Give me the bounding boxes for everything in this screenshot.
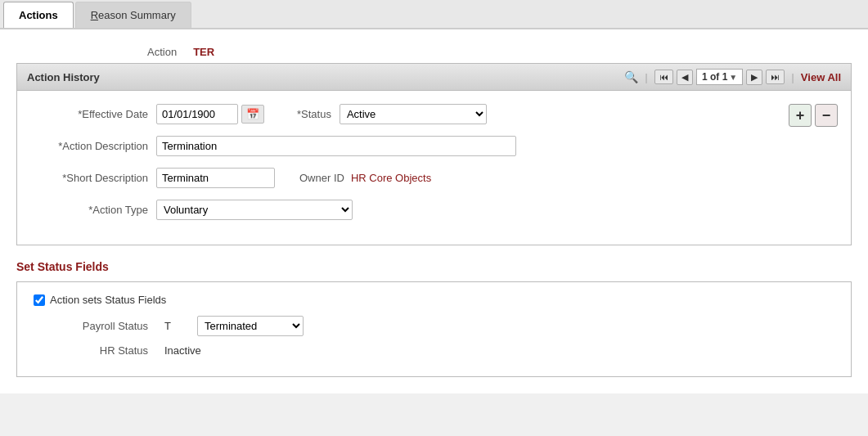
main-content: Action TER Action History 🔍 | ⏮ ◀ 1 of 1… bbox=[0, 29, 868, 393]
divider-2: | bbox=[791, 71, 794, 83]
effective-date-row: *Effective Date 📅 *Status Active Inactiv… bbox=[34, 104, 834, 124]
effective-date-input[interactable] bbox=[156, 104, 238, 124]
calendar-button[interactable]: 📅 bbox=[241, 105, 264, 124]
short-description-row: *Short Description Owner ID HR Core Obje… bbox=[34, 168, 834, 188]
status-select-wrap: Active Inactive bbox=[340, 104, 487, 124]
next-page-button[interactable]: ▶ bbox=[746, 70, 762, 85]
action-description-label: *Action Description bbox=[34, 140, 148, 152]
remove-row-button[interactable]: − bbox=[815, 104, 838, 127]
short-description-input[interactable] bbox=[156, 168, 275, 188]
action-type-label: *Action Type bbox=[34, 204, 148, 216]
underline-r: R bbox=[91, 9, 98, 21]
action-type-select[interactable]: Voluntary Involuntary bbox=[156, 200, 353, 220]
status-select[interactable]: Active Inactive bbox=[340, 104, 487, 124]
payroll-status-select[interactable]: Terminated Active bbox=[197, 316, 304, 336]
set-status-body: Action sets Status Fields Payroll Status… bbox=[16, 281, 852, 377]
hr-status-label: HR Status bbox=[58, 344, 148, 357]
divider-1: | bbox=[645, 71, 648, 83]
action-history-controls: 🔍 | ⏮ ◀ 1 of 1 ▼ ▶ ⏭ | View All bbox=[624, 69, 841, 85]
page-display: 1 of 1 bbox=[702, 71, 727, 83]
owner-id-label: Owner ID bbox=[299, 172, 344, 184]
first-page-button[interactable]: ⏮ bbox=[654, 70, 673, 84]
tab-reason-summary[interactable]: Reason Summary bbox=[75, 2, 191, 28]
page-info: 1 of 1 ▼ bbox=[696, 69, 743, 85]
action-history-header: Action History 🔍 | ⏮ ◀ 1 of 1 ▼ ▶ ⏭ | Vi… bbox=[16, 63, 852, 91]
payroll-status-code: T bbox=[164, 320, 181, 332]
search-icon[interactable]: 🔍 bbox=[624, 70, 638, 83]
tab-actions[interactable]: Actions bbox=[3, 2, 74, 28]
status-label: *Status bbox=[297, 108, 331, 120]
action-line-value: TER bbox=[193, 46, 214, 58]
prev-page-button[interactable]: ◀ bbox=[677, 70, 693, 85]
hr-status-value: Inactive bbox=[164, 344, 201, 357]
checkbox-label: Action sets Status Fields bbox=[50, 294, 166, 306]
hr-status-row: HR Status Inactive bbox=[34, 344, 834, 357]
view-all-link[interactable]: View All bbox=[801, 71, 841, 83]
pagination: 🔍 | ⏮ ◀ 1 of 1 ▼ ▶ ⏭ | View All bbox=[624, 69, 841, 85]
date-field-wrap: 📅 bbox=[156, 104, 264, 124]
effective-date-label: *Effective Date bbox=[50, 108, 148, 120]
tabs-bar: Actions Reason Summary bbox=[0, 0, 868, 29]
set-status-section: Set Status Fields Action sets Status Fie… bbox=[16, 260, 852, 377]
payroll-status-row: Payroll Status T Terminated Active bbox=[34, 316, 834, 336]
short-description-label: *Short Description bbox=[34, 172, 148, 184]
add-row-button[interactable]: + bbox=[789, 104, 812, 127]
owner-id-value: HR Core Objects bbox=[351, 172, 431, 184]
set-status-title: Set Status Fields bbox=[16, 260, 852, 273]
action-description-input[interactable] bbox=[156, 136, 516, 156]
last-page-button[interactable]: ⏭ bbox=[766, 70, 785, 84]
action-type-row: *Action Type Voluntary Involuntary bbox=[34, 200, 834, 220]
checkbox-row: Action sets Status Fields bbox=[34, 294, 834, 306]
owner-id-section: Owner ID HR Core Objects bbox=[299, 172, 431, 184]
action-line-label: Action bbox=[147, 46, 177, 58]
tab-reason-summary-label: Reason Summary bbox=[91, 9, 176, 21]
action-line: Action TER bbox=[16, 38, 852, 63]
form-section: + − *Effective Date 📅 *Status Active Ina… bbox=[16, 91, 852, 245]
action-history-title: Action History bbox=[27, 71, 100, 83]
payroll-status-label: Payroll Status bbox=[58, 320, 148, 332]
tab-actions-label: Actions bbox=[19, 9, 58, 21]
action-description-row: *Action Description bbox=[34, 136, 834, 156]
action-sets-status-checkbox[interactable] bbox=[34, 294, 45, 306]
page-dropdown-arrow[interactable]: ▼ bbox=[729, 73, 737, 82]
add-remove-buttons: + − bbox=[789, 104, 838, 127]
